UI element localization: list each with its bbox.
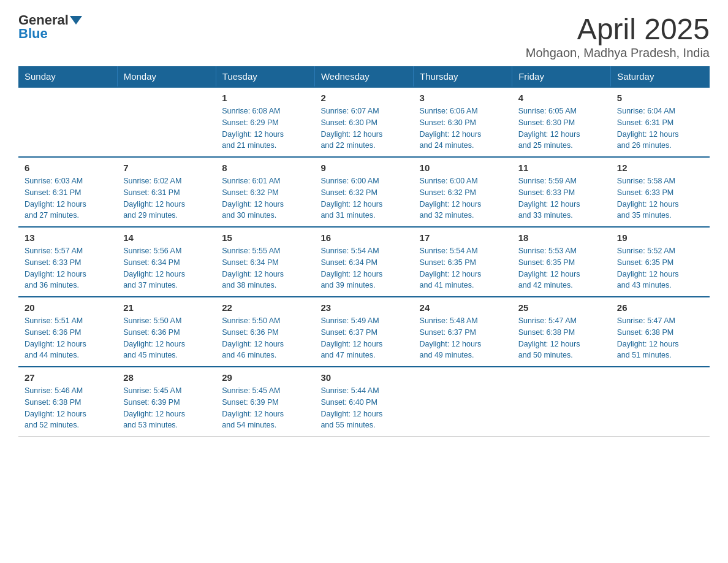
calendar-cell xyxy=(117,87,216,157)
day-info: Sunrise: 5:47 AM Sunset: 6:38 PM Dayligh… xyxy=(617,315,703,361)
day-number: 27 xyxy=(25,372,111,383)
calendar-cell xyxy=(18,87,117,157)
day-info: Sunrise: 5:56 AM Sunset: 6:34 PM Dayligh… xyxy=(123,245,210,291)
day-info: Sunrise: 6:02 AM Sunset: 6:31 PM Dayligh… xyxy=(123,175,210,221)
day-number: 26 xyxy=(617,302,703,313)
day-number: 25 xyxy=(518,302,605,313)
calendar-cell: 29Sunrise: 5:45 AM Sunset: 6:39 PM Dayli… xyxy=(216,367,314,437)
day-number: 8 xyxy=(222,163,308,173)
calendar-cell: 26Sunrise: 5:47 AM Sunset: 6:38 PM Dayli… xyxy=(611,297,710,367)
logo-arrow-icon xyxy=(70,16,82,25)
day-info: Sunrise: 6:07 AM Sunset: 6:30 PM Dayligh… xyxy=(320,105,407,151)
day-info: Sunrise: 5:45 AM Sunset: 6:39 PM Dayligh… xyxy=(123,385,210,431)
day-number: 1 xyxy=(222,93,308,103)
day-number: 30 xyxy=(320,372,407,383)
calendar-cell: 25Sunrise: 5:47 AM Sunset: 6:38 PM Dayli… xyxy=(512,297,611,367)
day-info: Sunrise: 5:55 AM Sunset: 6:34 PM Dayligh… xyxy=(222,245,308,291)
calendar-cell: 13Sunrise: 5:57 AM Sunset: 6:33 PM Dayli… xyxy=(18,227,117,297)
calendar-cell: 14Sunrise: 5:56 AM Sunset: 6:34 PM Dayli… xyxy=(117,227,216,297)
day-number: 9 xyxy=(320,163,407,173)
calendar-cell: 10Sunrise: 6:00 AM Sunset: 6:32 PM Dayli… xyxy=(414,157,512,227)
calendar-cell: 5Sunrise: 6:04 AM Sunset: 6:31 PM Daylig… xyxy=(611,87,710,157)
header-sunday: Sunday xyxy=(18,66,117,87)
header-tuesday: Tuesday xyxy=(216,66,314,87)
calendar-week-row: 20Sunrise: 5:51 AM Sunset: 6:36 PM Dayli… xyxy=(18,297,710,367)
header-friday: Friday xyxy=(512,66,611,87)
calendar-cell: 19Sunrise: 5:52 AM Sunset: 6:35 PM Dayli… xyxy=(611,227,710,297)
day-number: 23 xyxy=(320,302,407,313)
day-number: 19 xyxy=(617,232,703,243)
day-info: Sunrise: 5:47 AM Sunset: 6:38 PM Dayligh… xyxy=(518,315,605,361)
day-info: Sunrise: 5:52 AM Sunset: 6:35 PM Dayligh… xyxy=(617,245,703,291)
calendar-cell: 12Sunrise: 5:58 AM Sunset: 6:33 PM Dayli… xyxy=(611,157,710,227)
header-wednesday: Wednesday xyxy=(314,66,413,87)
calendar-cell: 27Sunrise: 5:46 AM Sunset: 6:38 PM Dayli… xyxy=(18,367,117,437)
header: General Blue April 2025 Mohgaon, Madhya … xyxy=(18,12,710,60)
day-info: Sunrise: 6:05 AM Sunset: 6:30 PM Dayligh… xyxy=(518,105,605,151)
logo: General Blue xyxy=(18,12,83,42)
calendar-cell: 3Sunrise: 6:06 AM Sunset: 6:30 PM Daylig… xyxy=(414,87,512,157)
calendar-week-row: 1Sunrise: 6:08 AM Sunset: 6:29 PM Daylig… xyxy=(18,87,710,157)
calendar-cell xyxy=(512,367,611,437)
day-info: Sunrise: 5:50 AM Sunset: 6:36 PM Dayligh… xyxy=(123,315,210,361)
day-info: Sunrise: 5:45 AM Sunset: 6:39 PM Dayligh… xyxy=(222,385,308,431)
calendar-cell: 9Sunrise: 6:00 AM Sunset: 6:32 PM Daylig… xyxy=(314,157,413,227)
day-number: 2 xyxy=(320,93,407,103)
day-number: 15 xyxy=(222,232,308,243)
day-info: Sunrise: 6:06 AM Sunset: 6:30 PM Dayligh… xyxy=(420,105,506,151)
day-number: 13 xyxy=(25,232,111,243)
day-number: 22 xyxy=(222,302,308,313)
calendar-cell: 15Sunrise: 5:55 AM Sunset: 6:34 PM Dayli… xyxy=(216,227,314,297)
day-info: Sunrise: 6:08 AM Sunset: 6:29 PM Dayligh… xyxy=(222,105,308,151)
day-number: 16 xyxy=(320,232,407,243)
calendar-week-row: 27Sunrise: 5:46 AM Sunset: 6:38 PM Dayli… xyxy=(18,367,710,437)
day-number: 24 xyxy=(420,302,506,313)
location-title: Mohgaon, Madhya Pradesh, India xyxy=(526,46,710,60)
day-info: Sunrise: 5:59 AM Sunset: 6:33 PM Dayligh… xyxy=(518,175,605,221)
calendar-cell: 4Sunrise: 6:05 AM Sunset: 6:30 PM Daylig… xyxy=(512,87,611,157)
calendar-cell: 1Sunrise: 6:08 AM Sunset: 6:29 PM Daylig… xyxy=(216,87,314,157)
calendar-cell: 16Sunrise: 5:54 AM Sunset: 6:34 PM Dayli… xyxy=(314,227,413,297)
day-info: Sunrise: 5:54 AM Sunset: 6:34 PM Dayligh… xyxy=(320,245,407,291)
day-info: Sunrise: 5:48 AM Sunset: 6:37 PM Dayligh… xyxy=(420,315,506,361)
day-number: 20 xyxy=(25,302,111,313)
day-info: Sunrise: 5:49 AM Sunset: 6:37 PM Dayligh… xyxy=(320,315,407,361)
day-info: Sunrise: 5:44 AM Sunset: 6:40 PM Dayligh… xyxy=(320,385,407,431)
calendar-cell: 8Sunrise: 6:01 AM Sunset: 6:32 PM Daylig… xyxy=(216,157,314,227)
logo-blue-text: Blue xyxy=(18,26,48,42)
day-info: Sunrise: 5:51 AM Sunset: 6:36 PM Dayligh… xyxy=(25,315,111,361)
calendar-cell xyxy=(414,367,512,437)
day-number: 10 xyxy=(420,163,506,173)
day-number: 4 xyxy=(518,93,605,103)
day-info: Sunrise: 6:04 AM Sunset: 6:31 PM Dayligh… xyxy=(617,105,703,151)
day-info: Sunrise: 5:57 AM Sunset: 6:33 PM Dayligh… xyxy=(25,245,111,291)
day-info: Sunrise: 5:50 AM Sunset: 6:36 PM Dayligh… xyxy=(222,315,308,361)
calendar-cell: 7Sunrise: 6:02 AM Sunset: 6:31 PM Daylig… xyxy=(117,157,216,227)
day-info: Sunrise: 6:01 AM Sunset: 6:32 PM Dayligh… xyxy=(222,175,308,221)
title-area: April 2025 Mohgaon, Madhya Pradesh, Indi… xyxy=(526,12,710,60)
day-info: Sunrise: 5:54 AM Sunset: 6:35 PM Dayligh… xyxy=(420,245,506,291)
day-number: 28 xyxy=(123,372,210,383)
calendar-cell: 20Sunrise: 5:51 AM Sunset: 6:36 PM Dayli… xyxy=(18,297,117,367)
calendar-cell: 11Sunrise: 5:59 AM Sunset: 6:33 PM Dayli… xyxy=(512,157,611,227)
calendar-table: SundayMondayTuesdayWednesdayThursdayFrid… xyxy=(18,66,710,437)
calendar-cell: 2Sunrise: 6:07 AM Sunset: 6:30 PM Daylig… xyxy=(314,87,413,157)
calendar-cell: 17Sunrise: 5:54 AM Sunset: 6:35 PM Dayli… xyxy=(414,227,512,297)
day-number: 7 xyxy=(123,163,210,173)
header-thursday: Thursday xyxy=(414,66,512,87)
day-number: 11 xyxy=(518,163,605,173)
day-number: 14 xyxy=(123,232,210,243)
day-info: Sunrise: 6:00 AM Sunset: 6:32 PM Dayligh… xyxy=(320,175,407,221)
calendar-week-row: 13Sunrise: 5:57 AM Sunset: 6:33 PM Dayli… xyxy=(18,227,710,297)
calendar-cell: 24Sunrise: 5:48 AM Sunset: 6:37 PM Dayli… xyxy=(414,297,512,367)
calendar-cell: 6Sunrise: 6:03 AM Sunset: 6:31 PM Daylig… xyxy=(18,157,117,227)
day-info: Sunrise: 5:58 AM Sunset: 6:33 PM Dayligh… xyxy=(617,175,703,221)
day-number: 3 xyxy=(420,93,506,103)
header-monday: Monday xyxy=(117,66,216,87)
day-number: 29 xyxy=(222,372,308,383)
calendar-cell: 18Sunrise: 5:53 AM Sunset: 6:35 PM Dayli… xyxy=(512,227,611,297)
calendar-cell: 23Sunrise: 5:49 AM Sunset: 6:37 PM Dayli… xyxy=(314,297,413,367)
day-info: Sunrise: 6:00 AM Sunset: 6:32 PM Dayligh… xyxy=(420,175,506,221)
header-saturday: Saturday xyxy=(611,66,710,87)
day-number: 18 xyxy=(518,232,605,243)
